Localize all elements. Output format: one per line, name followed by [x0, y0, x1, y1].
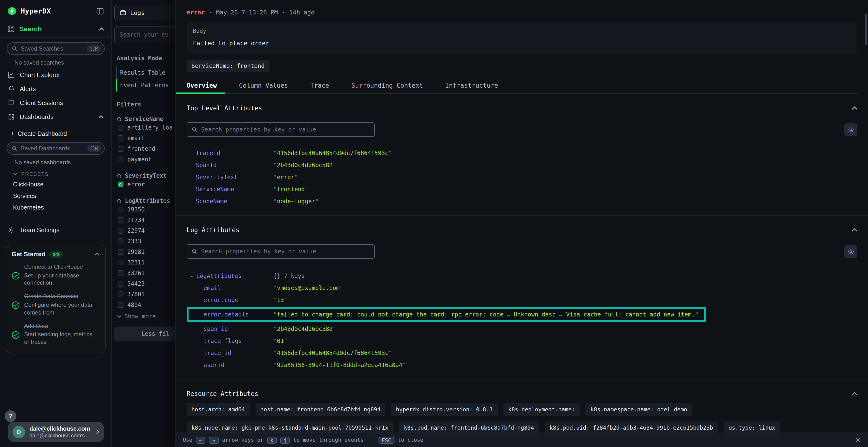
search-icon[interactable]: [117, 198, 122, 204]
attribute-row[interactable]: error.code 13: [187, 294, 858, 306]
resource-attribute-chip[interactable]: hyperdx.distro.version: 0.8.1: [391, 403, 498, 416]
filter-checkbox-row[interactable]: 29081: [112, 247, 175, 257]
attribute-row[interactable]: error.details failed to charge card: cou…: [187, 307, 706, 322]
hyperdx-logo[interactable]: HyperDX: [7, 6, 51, 16]
less-filters-button[interactable]: Less fil: [114, 326, 176, 341]
checkbox[interactable]: [118, 157, 123, 162]
top-level-search-input[interactable]: [201, 126, 370, 133]
sidebar-nav-item[interactable]: Dashboards: [0, 110, 112, 124]
checkbox[interactable]: [118, 302, 123, 308]
filter-checkbox-row[interactable]: 33261: [112, 268, 175, 278]
attribute-row[interactable]: SeverityText error: [187, 171, 858, 183]
collapse-section-icon[interactable]: [851, 228, 858, 232]
filter-checkbox-row[interactable]: 22974: [112, 226, 175, 236]
attribute-row[interactable]: trace_id 4156d3fbc40a64854d9dc7f68641593…: [187, 347, 858, 359]
checkbox[interactable]: [118, 238, 123, 244]
filter-checkbox-row[interactable]: 21734: [112, 215, 175, 226]
attribute-value[interactable]: frontend: [273, 186, 308, 193]
filter-checkbox-row[interactable]: frontend: [112, 143, 175, 154]
attribute-value[interactable]: 2b43d0c4dd6bc582: [273, 162, 336, 169]
top-level-search[interactable]: [187, 122, 375, 137]
saved-searches-input[interactable]: Saved Searches ⌘K: [7, 42, 105, 55]
get-started-item[interactable]: Connect to ClickHouse Set up your databa…: [11, 264, 100, 287]
scrollbar-thumb[interactable]: [865, 13, 867, 45]
attribute-value[interactable]: 2b43d0c4dd6bc582: [273, 325, 336, 333]
sidebar-nav-item[interactable]: Alerts: [0, 82, 112, 96]
preset-item[interactable]: Services: [0, 190, 112, 202]
filter-checkbox-row[interactable]: 4894: [112, 300, 175, 310]
checkbox[interactable]: [118, 291, 123, 297]
attribute-value[interactable]: 13: [273, 297, 287, 304]
collapse-sidebar-icon[interactable]: [96, 7, 104, 15]
checkbox[interactable]: [118, 125, 123, 131]
resource-attribute-chip[interactable]: k8s.deployment.name:: [503, 403, 580, 416]
attribute-value[interactable]: 92a55156-39a4-11f0-8ddd-a2eca416a8a4: [273, 362, 406, 369]
detail-tab[interactable]: Surrounding Context: [351, 77, 423, 93]
source-select[interactable]: Logs: [114, 5, 176, 20]
event-search-input[interactable]: Search your ev: [114, 26, 176, 43]
resource-attribute-chip[interactable]: k8s.namespace.name: otel-demo: [586, 403, 692, 416]
attribute-key[interactable]: LogAttributes: [196, 273, 242, 279]
attribute-value[interactable]: error: [273, 174, 298, 181]
resource-attribute-chip[interactable]: k8s.pod.uid: f284fb2d-a0b3-4634-991b-e2c…: [545, 421, 718, 433]
resource-attribute-chip[interactable]: host.arch: amd64: [187, 403, 250, 416]
checkbox[interactable]: [118, 135, 123, 141]
search-icon[interactable]: [117, 116, 122, 122]
expand-caret-icon[interactable]: [190, 273, 196, 279]
attribute-row[interactable]: email vmoses@example.com: [187, 282, 858, 294]
team-settings-button[interactable]: Team Settings: [0, 223, 112, 237]
attribute-row[interactable]: TraceId 4156d3fbc40a64854d9dc7f68641593c: [187, 147, 858, 160]
analysis-mode-option[interactable]: Event Patterns: [112, 79, 175, 92]
attribute-key[interactable]: SeverityText: [196, 174, 273, 181]
presets-toggle[interactable]: PRESETS: [0, 168, 112, 179]
filter-checkbox-row[interactable]: payment: [112, 154, 175, 165]
checkbox[interactable]: [118, 260, 123, 265]
filter-checkbox-row[interactable]: email: [112, 133, 175, 143]
filter-checkbox-row[interactable]: 37801: [112, 289, 175, 300]
detail-tab[interactable]: Infrastructure: [445, 77, 498, 93]
log-attributes-search-input[interactable]: [201, 248, 370, 255]
service-name-tag[interactable]: ServiceName: frontend: [187, 60, 269, 72]
resource-attribute-chip[interactable]: host.name: frontend-6b6c8d7bfd-ng894: [255, 403, 385, 416]
column-settings-button[interactable]: [844, 245, 858, 258]
user-account-chip[interactable]: D dale@clickhouse.com dale@clickhouse.co…: [8, 422, 104, 442]
attribute-key[interactable]: TraceId: [196, 150, 273, 157]
attribute-value[interactable]: failed to charge card: could not charge …: [273, 311, 699, 318]
checkbox[interactable]: [118, 207, 123, 212]
attribute-value[interactable]: node-logger: [273, 198, 319, 205]
log-attributes-root-row[interactable]: LogAttributes {} 7 keys: [187, 270, 858, 282]
checkbox[interactable]: [118, 270, 123, 276]
preset-item[interactable]: ClickHouse: [0, 179, 112, 190]
filter-checkbox-row[interactable]: 19350: [112, 204, 175, 215]
attribute-value[interactable]: 4156d3fbc40a64854d9dc7f68641593c: [273, 150, 392, 157]
checkbox[interactable]: [118, 249, 123, 255]
checkbox[interactable]: [118, 228, 123, 234]
filter-checkbox-row[interactable]: 34423: [112, 278, 175, 289]
checkbox[interactable]: [118, 217, 123, 223]
sidebar-nav-item[interactable]: Client Sessions: [0, 96, 112, 110]
attribute-key[interactable]: span_id: [204, 325, 273, 333]
get-started-item[interactable]: Create Data Sources Configure where your…: [11, 293, 100, 317]
attribute-value[interactable]: vmoses@example.com: [273, 285, 343, 292]
attribute-row[interactable]: userId 92a55156-39a4-11f0-8ddd-a2eca416a…: [187, 359, 858, 371]
resource-attribute-chip[interactable]: k8s.pod.name: frontend-6b6c8d7bfd-ng894: [399, 421, 539, 433]
checkbox[interactable]: [118, 146, 123, 152]
checkbox[interactable]: [118, 182, 123, 187]
filter-checkbox-row[interactable]: artillery-loa: [112, 122, 175, 133]
attribute-key[interactable]: ServiceName: [196, 186, 273, 193]
create-dashboard-button[interactable]: + Create Dashboard: [0, 126, 112, 140]
column-settings-button[interactable]: [844, 123, 858, 136]
chevron-up-icon[interactable]: [94, 252, 100, 256]
show-more-toggle[interactable]: Show more: [117, 313, 175, 320]
chevron-up-icon[interactable]: [98, 115, 104, 118]
help-button[interactable]: ?: [5, 410, 17, 422]
log-attributes-search[interactable]: [187, 244, 375, 259]
detail-tab[interactable]: Overview: [187, 77, 217, 93]
search-icon[interactable]: [117, 173, 122, 178]
analysis-mode-option[interactable]: Results Table: [112, 66, 175, 79]
attribute-row[interactable]: trace_flags 01: [187, 335, 858, 347]
get-started-item[interactable]: Add Data Start sending logs, metrics, or…: [11, 322, 100, 346]
filter-checkbox-row[interactable]: error: [112, 179, 175, 190]
attribute-row[interactable]: ServiceName frontend: [187, 183, 858, 196]
checkbox[interactable]: [118, 281, 123, 286]
